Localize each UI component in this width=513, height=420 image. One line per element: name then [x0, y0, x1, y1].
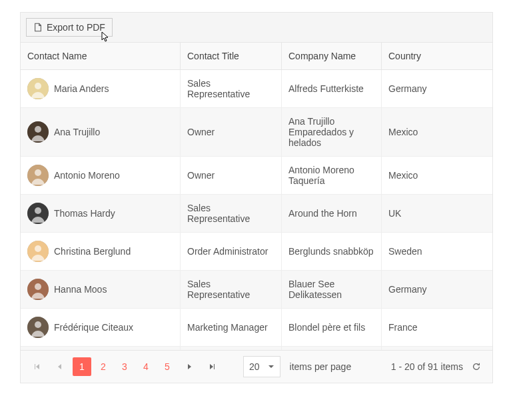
svg-point-9	[35, 245, 41, 252]
svg-point-1	[35, 83, 41, 89]
cell-country	[382, 347, 492, 350]
table-row[interactable]: Ana TrujilloOwnerAna Trujillo Emparedado…	[21, 108, 492, 157]
pager-next-button[interactable]	[181, 357, 199, 376]
pager-page-2[interactable]: 2	[94, 357, 113, 376]
pager-prev-button[interactable]	[50, 357, 69, 376]
cell-contact-name: Ana Trujillo	[54, 127, 100, 137]
pager-page-1[interactable]: 1	[73, 357, 91, 376]
cell-contact-title: Sales Representative	[181, 195, 282, 232]
pager: 12345 20 items per page 1 - 20 of 91 ite…	[21, 350, 492, 383]
cell-company-name: Blondel père et fils	[282, 309, 382, 346]
table-row[interactable]: Frédérique CiteauxMarketing ManagerBlond…	[21, 309, 492, 347]
cell-company-name: Berglunds snabbköp	[282, 233, 382, 270]
avatar	[27, 279, 49, 300]
svg-point-5	[35, 169, 41, 176]
cursor-icon	[100, 31, 110, 43]
data-grid: Export to PDF Contact Name Contact Title…	[20, 12, 493, 383]
cell-contact-name: Christina Berglund	[54, 246, 131, 257]
avatar	[27, 121, 49, 143]
grid-toolbar: Export to PDF	[21, 13, 492, 43]
cell-country: Sweden	[382, 233, 492, 270]
cell-company-name: Blauer See Delikatessen	[282, 271, 382, 308]
avatar	[27, 203, 49, 224]
column-header-company-name[interactable]: Company Name	[282, 43, 382, 69]
svg-point-13	[35, 321, 41, 328]
svg-point-7	[35, 207, 41, 214]
column-header-country[interactable]: Country	[382, 43, 492, 69]
svg-point-3	[35, 126, 41, 133]
chevron-down-icon	[268, 363, 274, 370]
table-row[interactable]: Hanna MoosSales RepresentativeBlauer See…	[21, 271, 492, 309]
cell-contact-title: Owner	[181, 157, 282, 194]
pager-status: 1 - 20 of 91 items	[391, 361, 463, 372]
table-row[interactable]: Thomas HardySales RepresentativeAround t…	[21, 195, 492, 233]
table-header: Contact Name Contact Title Company Name …	[21, 43, 492, 70]
cell-company-name: Bólido Comidas	[282, 347, 382, 350]
avatar	[27, 317, 49, 338]
pager-page-4[interactable]: 4	[137, 357, 155, 376]
cell-contact-name: Thomas Hardy	[54, 208, 115, 219]
cell-contact-title: Sales Representative	[181, 271, 282, 308]
page-size-value: 20	[249, 361, 260, 372]
avatar	[27, 165, 49, 186]
svg-point-11	[35, 283, 41, 290]
cell-contact-title: Owner	[181, 108, 282, 156]
cell-contact-name: Antonio Moreno	[54, 170, 120, 181]
pdf-icon	[33, 23, 43, 32]
cell-contact-title	[181, 347, 282, 350]
cell-contact-title: Order Administrator	[181, 233, 282, 270]
avatar	[27, 78, 49, 99]
cell-contact-name: Frédérique Citeaux	[54, 322, 133, 333]
avatar	[27, 241, 49, 262]
cell-company-name: Antonio Moreno Taquería	[282, 157, 382, 194]
cell-country: Mexico	[382, 108, 492, 156]
pager-last-button[interactable]	[203, 357, 222, 376]
table-row[interactable]: Antonio MorenoOwnerAntonio Moreno Taquer…	[21, 157, 492, 195]
table-row[interactable]: Bólido Comidas	[21, 347, 492, 350]
export-pdf-label: Export to PDF	[47, 22, 105, 33]
cell-country: Germany	[382, 271, 492, 308]
cell-contact-title: Marketing Manager	[181, 309, 282, 346]
cell-country: Mexico	[382, 157, 492, 194]
cell-contact-title: Sales Representative	[181, 70, 282, 107]
table-row[interactable]: Maria AndersSales RepresentativeAlfreds …	[21, 70, 492, 108]
cell-contact-name: Maria Anders	[54, 83, 109, 94]
cell-company-name: Alfreds Futterkiste	[282, 70, 382, 107]
cell-country: Germany	[382, 70, 492, 107]
table-body: Maria AndersSales RepresentativeAlfreds …	[21, 70, 492, 350]
pager-page-5[interactable]: 5	[158, 357, 177, 376]
pager-first-button[interactable]	[27, 357, 46, 376]
cell-company-name: Ana Trujillo Emparedados y helados	[282, 108, 382, 156]
cell-contact-name: Hanna Moos	[54, 284, 107, 295]
pager-page-3[interactable]: 3	[115, 357, 134, 376]
table-row[interactable]: Christina BerglundOrder AdministratorBer…	[21, 233, 492, 271]
items-per-page-label: items per page	[290, 361, 352, 372]
export-pdf-button[interactable]: Export to PDF	[26, 18, 113, 37]
column-header-contact-name[interactable]: Contact Name	[21, 43, 181, 69]
cell-country: France	[382, 309, 492, 346]
column-header-contact-title[interactable]: Contact Title	[181, 43, 282, 69]
cell-country: UK	[382, 195, 492, 232]
cell-company-name: Around the Horn	[282, 195, 382, 232]
page-size-select[interactable]: 20	[243, 356, 280, 377]
refresh-button[interactable]	[467, 357, 486, 376]
